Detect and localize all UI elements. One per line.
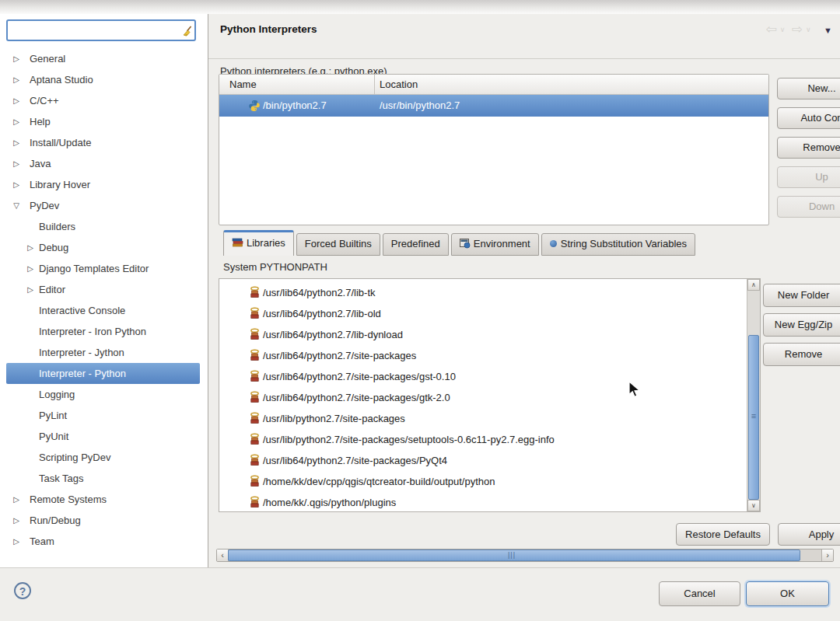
chevron-down-icon[interactable]: ▽ [11, 195, 22, 216]
sidebar-item-interpreter-iron-python[interactable]: Interpreter - Iron Python [6, 321, 200, 342]
scroll-up-icon[interactable]: ∧ [747, 279, 760, 291]
sidebar-item-java[interactable]: ▷Java [6, 153, 200, 174]
up-button[interactable]: Up [777, 166, 840, 188]
list-item[interactable]: /usr/lib64/python2.7/site-packages/gtk-2… [219, 387, 733, 408]
sidebar-item-interactive-console[interactable]: Interactive Console [6, 300, 200, 321]
sidebar-item-django-templates-editor[interactable]: ▷Django Templates Editor [6, 258, 200, 279]
forward-history-chevron-icon[interactable]: ∨ [806, 26, 811, 33]
sidebar-item-run-debug[interactable]: ▷Run/Debug [6, 510, 200, 531]
sidebar-item-pylint[interactable]: PyLint [6, 405, 200, 426]
sidebar-item-label: Logging [39, 384, 75, 405]
horizontal-scrollbar[interactable]: ‹ ||| › [216, 549, 834, 562]
sidebar-item-install-update[interactable]: ▷Install/Update [6, 132, 200, 153]
tab-libraries[interactable]: Libraries [223, 230, 294, 256]
list-item[interactable]: /usr/lib64/python2.7/site-packages/PyQt4 [219, 450, 733, 471]
path-label: /usr/lib64/python2.7/site-packages [263, 345, 416, 366]
tab-environment[interactable]: Environment [451, 233, 539, 256]
list-item[interactable]: /usr/lib64/python2.7/lib-old [219, 303, 733, 324]
remove-interpreter-button[interactable]: Remove [777, 137, 840, 159]
list-item[interactable]: /usr/lib64/python2.7/site-packages/gst-0… [219, 366, 733, 387]
chevron-right-icon[interactable]: ▷ [11, 69, 22, 90]
ok-button[interactable]: OK [746, 581, 829, 606]
sidebar-item-remote-systems[interactable]: ▷Remote Systems [6, 489, 200, 510]
new-folder-button[interactable]: New Folder [763, 284, 840, 307]
sidebar-item-task-tags[interactable]: Task Tags [6, 468, 200, 489]
list-item[interactable]: /usr/lib64/python2.7/lib-tk [219, 282, 733, 303]
tab-forced-builtins[interactable]: Forced Builtins [296, 233, 380, 256]
sidebar-item-builders[interactable]: Builders [6, 216, 200, 237]
sidebar-item-interpreter-python[interactable]: Interpreter - Python [6, 363, 200, 384]
new-egg-zip-button[interactable]: New Egg/Zip [763, 313, 840, 337]
list-item[interactable]: /usr/lib64/python2.7/site-packages [219, 345, 733, 366]
tab-string-substitution-variables[interactable]: String Substitution Variables [541, 233, 695, 256]
scroll-left-icon[interactable]: ‹ [217, 549, 229, 561]
sidebar-item-help[interactable]: ▷Help [6, 111, 200, 132]
sidebar-item-logging[interactable]: Logging [6, 384, 200, 405]
sidebar-item-library-hover[interactable]: ▷Library Hover [6, 174, 200, 195]
sidebar-item-scripting-pydev[interactable]: Scripting PyDev [6, 447, 200, 468]
sidebar-item-debug[interactable]: ▷Debug [6, 237, 200, 258]
sidebar-item-team[interactable]: ▷Team [6, 531, 200, 552]
restore-defaults-button[interactable]: Restore Defaults [676, 523, 770, 546]
apply-button[interactable]: Apply [778, 523, 840, 546]
sidebar-item-label: General [30, 48, 65, 69]
chevron-right-icon[interactable]: ▷ [25, 258, 36, 279]
chevron-right-icon[interactable]: ▷ [25, 237, 36, 258]
sidebar-item-label: Library Hover [30, 174, 90, 195]
sidebar-item-label: PyDev [30, 195, 59, 216]
column-header-location[interactable]: Location [380, 75, 418, 95]
chevron-right-icon[interactable]: ▷ [25, 279, 36, 300]
scroll-down-icon[interactable]: ∨ [747, 500, 760, 511]
dialog-button-bar: ? Cancel OK [0, 567, 840, 621]
list-item[interactable]: /home/kk/dev/cpp/qgis/qtcreator-build/ou… [219, 471, 733, 492]
clear-filter-icon[interactable] [180, 25, 193, 37]
library-icon [249, 307, 261, 319]
vertical-scrollbar[interactable]: ∧ ≡ ∨ [747, 279, 760, 511]
new-interpreter-button[interactable]: New... [777, 78, 840, 99]
interpreters-table[interactable]: Name Location /bin/python2.7 /usr/bin/py… [219, 74, 769, 225]
sidebar-item-c-cpp[interactable]: ▷C/C++ [6, 90, 200, 111]
library-icon [249, 349, 261, 361]
list-item[interactable]: /usr/lib/python2.7/site-packages [219, 408, 733, 429]
chevron-right-icon[interactable]: ▷ [11, 153, 22, 174]
chevron-right-icon[interactable]: ▷ [11, 510, 22, 531]
forward-icon[interactable]: ⇨ [792, 22, 803, 37]
table-row[interactable]: /bin/python2.7 /usr/bin/python2.7 [219, 95, 768, 117]
down-button[interactable]: Down [777, 196, 840, 218]
back-icon[interactable]: ⇦ [766, 22, 777, 37]
chevron-right-icon[interactable]: ▷ [11, 174, 22, 195]
scroll-right-icon[interactable]: › [821, 549, 833, 561]
sidebar-item-label: Interpreter - Jython [39, 342, 124, 363]
chevron-right-icon[interactable]: ▷ [11, 489, 22, 510]
list-item[interactable]: /usr/lib/python2.7/site-packages/setupto… [219, 429, 733, 450]
sidebar-item-pydev[interactable]: ▽PyDev [6, 195, 200, 216]
view-menu-icon[interactable]: ▼ [824, 26, 832, 35]
help-icon[interactable]: ? [14, 582, 31, 599]
list-item[interactable]: /home/kk/.qgis/python/plugins [219, 492, 733, 513]
vertical-scrollbar-thumb[interactable]: ≡ [748, 335, 759, 500]
sidebar-item-pyunit[interactable]: PyUnit [6, 426, 200, 447]
chevron-right-icon[interactable]: ▷ [11, 111, 22, 132]
chevron-right-icon[interactable]: ▷ [11, 531, 22, 552]
pythonpath-list[interactable]: /usr/lib64/python2.7/lib-tk /usr/lib64/p… [219, 278, 761, 512]
tab-predefined[interactable]: Predefined [383, 233, 449, 256]
cancel-button[interactable]: Cancel [659, 581, 740, 606]
sidebar-item-interpreter-jython[interactable]: Interpreter - Jython [6, 342, 200, 363]
chevron-right-icon[interactable]: ▷ [11, 48, 22, 69]
back-history-chevron-icon[interactable]: ∨ [780, 26, 786, 33]
list-item[interactable]: /usr/lib64/python2.7/lib-dynload [219, 324, 733, 345]
auto-config-button[interactable]: Auto Con [777, 107, 840, 129]
chevron-right-icon[interactable]: ▷ [11, 132, 22, 153]
horizontal-scrollbar-thumb[interactable]: ||| [228, 549, 800, 561]
sidebar-item-editor[interactable]: ▷Editor [6, 279, 200, 300]
sidebar-item-aptana-studio[interactable]: ▷Aptana Studio [6, 69, 200, 90]
sidebar-item-label: Scripting PyDev [39, 447, 110, 468]
filter-input[interactable] [6, 19, 196, 41]
remove-library-button[interactable]: Remove [763, 343, 840, 366]
sidebar-item-general[interactable]: ▷General [6, 48, 200, 69]
column-divider[interactable] [374, 75, 375, 95]
chevron-right-icon[interactable]: ▷ [11, 90, 22, 111]
sidebar-item-label: Run/Debug [30, 510, 81, 531]
path-label: /usr/lib64/python2.7/lib-old [263, 303, 381, 324]
column-header-name[interactable]: Name [229, 75, 257, 95]
